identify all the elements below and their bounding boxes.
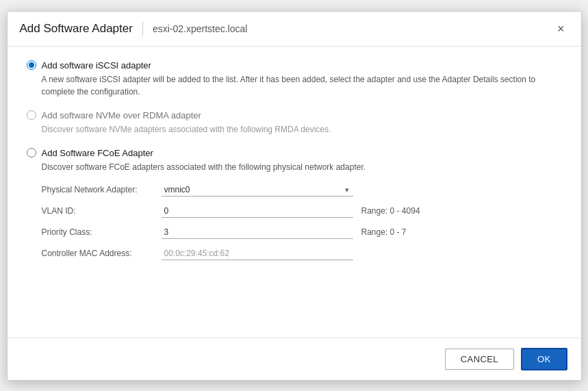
add-software-adapter-dialog: Add Software Adapter esxi-02.xpertstec.l… (7, 11, 582, 381)
dialog-host: esxi-02.xpertstec.local (153, 23, 248, 34)
controller-mac-input[interactable] (162, 247, 353, 260)
priority-class-field: Priority Class: Range: 0 - 7 (42, 226, 562, 239)
ok-button[interactable]: OK (521, 348, 567, 370)
priority-class-label: Priority Class: (42, 227, 162, 237)
header-divider (142, 21, 143, 36)
vlan-id-input-wrapper: Range: 0 - 4094 (162, 205, 562, 218)
fcoe-radio[interactable] (27, 148, 36, 157)
fcoe-description: Discover software FCoE adapters associat… (42, 161, 562, 173)
nvme-option-group: Add software NVMe over RDMA adapter Disc… (27, 110, 562, 136)
nvme-label: Add software NVMe over RDMA adapter (42, 110, 201, 121)
priority-class-range: Range: 0 - 7 (361, 227, 407, 237)
iscsi-radio-row: Add software iSCSI adapter (27, 60, 562, 71)
nvme-description: Discover software NVMe adapters associat… (42, 123, 562, 136)
vlan-id-input[interactable] (162, 205, 353, 218)
dialog-title: Add Software Adapter (20, 22, 133, 36)
physical-network-adapter-label: Physical Network Adapter: (42, 185, 162, 194)
physical-network-adapter-select[interactable]: vmnic0 vmnic1 vmnic2 (162, 184, 353, 197)
vlan-id-range: Range: 0 - 4094 (361, 206, 420, 216)
vlan-id-field: VLAN ID: Range: 0 - 4094 (42, 205, 562, 218)
fcoe-label: Add Software FCoE Adapter (42, 148, 153, 158)
dialog-footer: CANCEL OK (8, 338, 581, 380)
iscsi-radio[interactable] (27, 60, 36, 70)
physical-network-adapter-field: Physical Network Adapter: vmnic0 vmnic1 … (42, 183, 562, 197)
priority-class-input-wrapper: Range: 0 - 7 (162, 226, 562, 239)
dialog-header: Add Software Adapter esxi-02.xpertstec.l… (8, 12, 581, 47)
physical-network-adapter-select-wrapper: vmnic0 vmnic1 vmnic2 (162, 183, 353, 197)
cancel-button[interactable]: CANCEL (445, 349, 514, 370)
fcoe-fields: Physical Network Adapter: vmnic0 vmnic1 … (42, 183, 562, 260)
controller-mac-label: Controller MAC Address: (42, 249, 162, 258)
dialog-body: Add software iSCSI adapter A new softwar… (8, 47, 581, 338)
priority-class-input[interactable] (162, 226, 353, 239)
physical-network-adapter-input-wrapper: vmnic0 vmnic1 vmnic2 (162, 183, 562, 197)
vlan-id-label: VLAN ID: (42, 206, 162, 216)
nvme-radio[interactable] (27, 110, 36, 120)
controller-mac-field: Controller MAC Address: (42, 247, 562, 260)
close-button[interactable]: × (553, 21, 569, 36)
controller-mac-input-wrapper (162, 247, 562, 260)
fcoe-radio-row: Add Software FCoE Adapter (27, 148, 562, 158)
iscsi-label: Add software iSCSI adapter (42, 60, 151, 71)
fcoe-option-group: Add Software FCoE Adapter Discover softw… (27, 148, 562, 260)
nvme-radio-row: Add software NVMe over RDMA adapter (27, 110, 562, 121)
iscsi-option-group: Add software iSCSI adapter A new softwar… (27, 60, 562, 98)
iscsi-description: A new software iSCSI adapter will be add… (42, 73, 562, 98)
